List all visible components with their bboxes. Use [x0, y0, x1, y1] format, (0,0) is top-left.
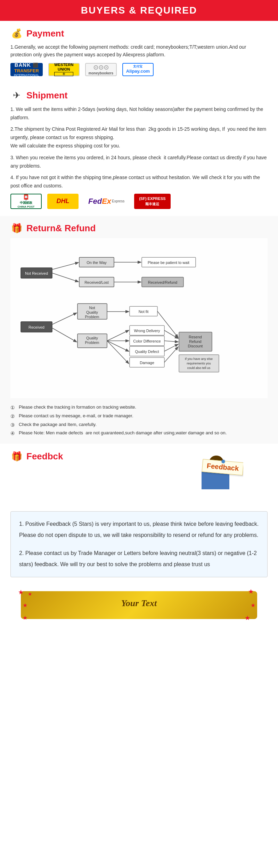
refund-section: 🎁 Return& Refund .fb-rect { fill: #ddd; …: [0, 216, 278, 444]
color-difference-label: Color Difference: [133, 339, 161, 343]
svg-text:Problem: Problem: [85, 315, 99, 319]
refund-note-4: ④ Please Note: Men made defects are not …: [10, 429, 268, 437]
please-be-patient-label: Please be patient to wait: [148, 260, 189, 265]
shipment-section: ✈ Shipment 1. We will sent the items wit…: [0, 83, 278, 216]
refund-heading: Return& Refund: [26, 223, 96, 234]
svg-text:Quality: Quality: [86, 310, 98, 314]
payment-icon: 💰: [10, 27, 23, 40]
feedback-person: Feedback: [188, 456, 257, 508]
page-header: BUYERS & REQUIRED: [0, 0, 278, 21]
svg-text:could also tell us: could also tell us: [187, 366, 211, 370]
shipment-heading: Shipment: [26, 90, 67, 101]
svg-line-21: [107, 341, 129, 351]
svg-line-28: [164, 341, 178, 342]
svg-line-19: [107, 330, 129, 341]
refund-title-row: 🎁 Return& Refund: [10, 222, 268, 235]
svg-line-22: [107, 341, 129, 363]
fedex-logo: FedEx Express: [84, 194, 129, 209]
not-fit-label: Not fit: [139, 310, 149, 314]
feedback-section: 🎁 Feedbck Feedback: [0, 444, 278, 581]
shipment-item-2: 2.The shipment by China Post Registered …: [10, 125, 268, 150]
svg-line-11: [52, 328, 76, 342]
chinapost-logo: 📮 中国邮政 CHINA POST: [10, 194, 42, 209]
received-lost-label: Received/Lost: [84, 280, 109, 284]
refund-flowchart: .fb-rect { fill: #ddd; stroke: #555; str…: [17, 245, 261, 391]
received-refund-label: Received/Refund: [148, 280, 177, 284]
svg-line-1: [52, 263, 78, 270]
payment-logos: BANK ⬛ TRANSFER INTERNATIONAL WESTERN UN…: [10, 63, 268, 76]
moneybookers-logo: ⊙⊙⊙ moneybookers: [85, 63, 117, 76]
flowchart-container: .fb-rect { fill: #ddd; stroke: #555; str…: [10, 238, 268, 398]
shipment-item-1: 1. We will sent the items within 2-5days…: [10, 105, 268, 122]
feedback-heading: Feedbck: [26, 451, 63, 462]
feedback-text-2: 2. Please contact us by Trade Manager or…: [19, 548, 259, 570]
feedback-badge-text: Feedback: [206, 462, 239, 472]
feedback-text-1: 1. Positive Feedback (5 Stars) is very i…: [19, 519, 259, 541]
resend-refund-label: Resend: [189, 335, 202, 339]
plane-icon: ✈: [10, 89, 23, 102]
payment-description: 1.Generally, we accept the following pay…: [10, 43, 268, 59]
svg-line-10: [52, 313, 76, 324]
shipment-item-3: 3. When you receive the items you ordere…: [10, 154, 268, 170]
on-the-way-label: On the Way: [87, 260, 107, 265]
shipment-item-4: 4. If you have not got it within the shi…: [10, 174, 268, 190]
gold-banner-text: Your Text: [28, 598, 250, 609]
refund-notes: ① Please check the tracking in formation…: [10, 404, 268, 437]
sf-express-logo: (SF) EXPRESS 顺丰速运: [134, 194, 170, 209]
refund-note-2: ② Please contact us by meesage, e-mail, …: [10, 412, 268, 420]
svg-line-30: [164, 347, 178, 362]
not-received-label: Not Received: [25, 271, 48, 275]
svg-text:Refund: Refund: [189, 339, 201, 344]
refund-note-3: ③ Check the package and Item, carefully.: [10, 421, 268, 428]
feedback-illustration-area: Feedback: [10, 466, 268, 508]
svg-line-2: [52, 273, 78, 282]
feedback-icon: 🎁: [10, 450, 23, 463]
damage-label: Damage: [140, 361, 154, 365]
svg-text:Discount: Discount: [188, 344, 203, 348]
dhl-logo: DHL: [47, 194, 79, 209]
payment-title-row: 💰 Payment: [10, 27, 268, 40]
not-quality-problem-label: Not: [89, 306, 95, 310]
payment-heading: Payment: [26, 28, 64, 39]
return-icon: 🎁: [10, 222, 23, 235]
quality-problem-label: Quality: [86, 336, 98, 340]
feedback-content-box: 1. Positive Feedback (5 Stars) is very i…: [10, 511, 268, 577]
shipment-title-row: ✈ Shipment: [10, 89, 268, 102]
quality-defect-label: Quality Defect: [135, 349, 159, 354]
refund-note-1: ① Please check the tracking in formation…: [10, 404, 268, 411]
page-title: BUYERS & REQUIRED: [0, 5, 278, 16]
shipping-logos: 📮 中国邮政 CHINA POST DHL FedEx Express (SF)…: [10, 194, 268, 209]
wrong-delivery-label: Wrong Delivery: [134, 329, 160, 333]
gold-banner: ★ ★ ★ ★ ★ ★ ★ Your Text: [21, 591, 257, 619]
alipay-logo: 支付宝 Alipay.com: [122, 63, 154, 76]
svg-line-29: [164, 344, 178, 351]
western-union-logo: WESTERN UNION ®: [48, 63, 80, 76]
bank-transfer-logo: BANK ⬛ TRANSFER INTERNATIONAL: [10, 63, 43, 76]
svg-text:Problem: Problem: [85, 340, 99, 345]
shipment-items: 1. We will sent the items within 2-5days…: [10, 105, 268, 190]
payment-section: 💰 Payment 1.Generally, we accept the fol…: [0, 21, 278, 83]
requirements-label: If you have any else: [185, 357, 213, 361]
gold-banner-wrapper: ★ ★ ★ ★ ★ ★ ★ Your Text: [0, 581, 278, 633]
received-label: Received: [28, 325, 44, 329]
svg-text:requirements you: requirements you: [187, 362, 211, 365]
